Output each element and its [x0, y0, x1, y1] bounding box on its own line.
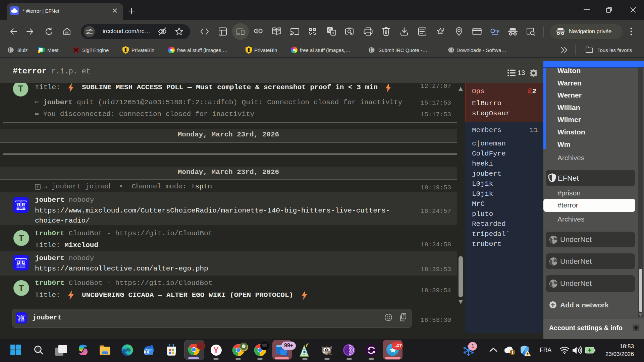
svg-text:x: x [332, 31, 334, 35]
